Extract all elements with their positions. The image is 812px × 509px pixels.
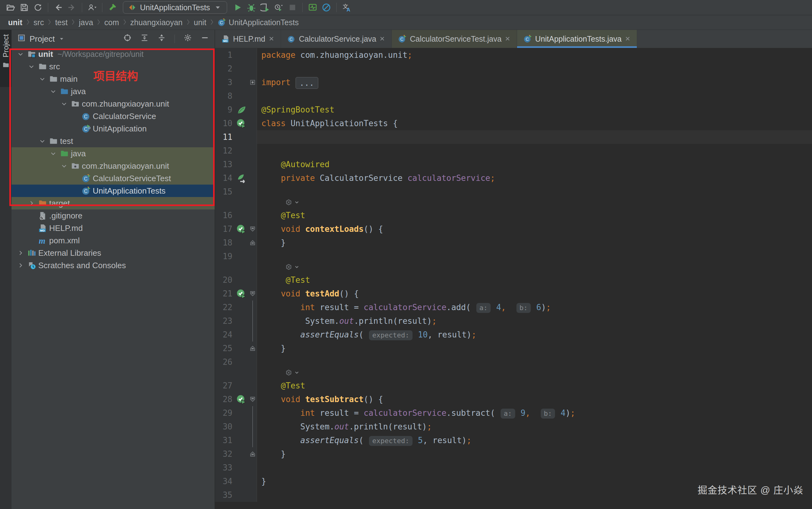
breadcrumb-item-unit[interactable]: unit xyxy=(192,18,208,27)
breadcrumb-item-unitapplicationtests[interactable]: CUnitApplicationTests xyxy=(216,18,301,27)
profiler-button[interactable] xyxy=(272,1,286,14)
breadcrumb-item-src[interactable]: src xyxy=(32,18,46,27)
project-stripe-button[interactable]: Project xyxy=(0,30,11,87)
build-hammer-icon[interactable] xyxy=(105,1,119,14)
tab-help-md[interactable]: MDHELP.md xyxy=(215,30,281,48)
folded-imports[interactable]: ... xyxy=(295,77,318,89)
chevron-right-icon[interactable] xyxy=(15,262,26,269)
tree-item-external-libraries[interactable]: External Libraries xyxy=(11,247,215,259)
fold-marker-icon[interactable] xyxy=(249,393,257,406)
forward-icon[interactable] xyxy=(65,1,79,14)
chevron-down-icon[interactable] xyxy=(26,63,37,70)
coverage-button[interactable] xyxy=(258,1,272,14)
sync-icon[interactable] xyxy=(31,1,45,14)
hide-panel-icon[interactable] xyxy=(201,34,209,44)
svg-text:C: C xyxy=(84,127,87,132)
fold-marker-icon[interactable] xyxy=(249,447,257,461)
tree-item-pom-xml[interactable]: mpom.xml xyxy=(11,234,215,247)
chevron-down-icon[interactable] xyxy=(48,88,59,95)
fold-plus-icon xyxy=(250,79,255,86)
tab-calculatorservicetest-java[interactable]: CCalculatorServiceTest.java xyxy=(392,30,517,48)
chevron-down-icon[interactable] xyxy=(37,75,48,82)
breadcrumb-item-java[interactable]: java xyxy=(77,18,95,27)
breadcrumb-item-unit[interactable]: unit xyxy=(6,18,24,27)
tree-item-java[interactable]: java xyxy=(11,147,215,160)
chevron-down-icon[interactable] xyxy=(59,163,69,169)
tree-item-calculatorservice[interactable]: CCalculatorService xyxy=(11,110,215,123)
code-inlay-row xyxy=(215,199,812,208)
fold-marker-icon[interactable] xyxy=(249,222,257,236)
run-configuration-select[interactable]: UnitApplicationTests xyxy=(123,1,227,14)
collapse-all-icon[interactable] xyxy=(157,34,166,44)
debug-button[interactable] xyxy=(245,1,258,14)
fold-expand-icon[interactable] xyxy=(249,75,257,89)
back-icon[interactable] xyxy=(51,1,65,14)
locate-icon[interactable] xyxy=(123,34,132,44)
tree-item-calculatorservicetest[interactable]: CCalculatorServiceTest xyxy=(11,172,215,184)
code-editor[interactable]: 1package com.zhuangxiaoyan.unit;23import… xyxy=(215,48,812,509)
tab-unitapplicationtests-java[interactable]: CUnitApplicationTests.java xyxy=(517,30,637,48)
code-token: , result) xyxy=(423,436,467,445)
code-token: @Autowired xyxy=(281,160,330,169)
tree-item-test[interactable]: test xyxy=(11,135,215,147)
tree-item-help-md[interactable]: MDHELP.md xyxy=(11,222,215,234)
breadcrumb-item-com[interactable]: com xyxy=(102,18,121,27)
tree-item-target[interactable]: target xyxy=(11,197,215,209)
save-all-icon[interactable] xyxy=(18,1,31,14)
monitor-memory-icon[interactable] xyxy=(306,1,319,14)
tree-item-scratches-and-consoles[interactable]: Scratches and Consoles xyxy=(11,259,215,272)
close-icon[interactable] xyxy=(379,34,385,43)
tree-item-com-zhuangxiaoyan-unit[interactable]: com.zhuangxiaoyan.unit xyxy=(11,98,215,110)
tree-item-unit[interactable]: unit~/Workspace/gitrepo/unit xyxy=(11,48,215,60)
code-line-22: 22 int result = calculatorService.add( a… xyxy=(215,301,812,314)
test-inlay-icon[interactable] xyxy=(285,369,812,376)
close-icon[interactable] xyxy=(505,34,510,43)
tree-item-gitignore[interactable]: .gitignore xyxy=(11,209,215,222)
close-icon[interactable] xyxy=(625,34,631,43)
test-inlay-icon[interactable] xyxy=(285,199,812,206)
open-project-icon[interactable] xyxy=(4,1,18,14)
fold-marker-icon[interactable] xyxy=(249,236,257,249)
gutter xyxy=(215,369,257,379)
runcheck-gutter-icon[interactable] xyxy=(233,222,249,236)
chevron-down-icon[interactable] xyxy=(15,50,26,58)
gutter-icon-slot xyxy=(233,208,249,222)
tree-item-java[interactable]: java xyxy=(11,85,215,98)
fold-marker-icon[interactable] xyxy=(249,341,257,355)
breadcrumb-item-test[interactable]: test xyxy=(53,18,69,27)
translate-icon[interactable]: 文A xyxy=(340,1,353,14)
ban-icon[interactable] xyxy=(319,1,333,14)
chevron-right-icon[interactable] xyxy=(26,200,37,207)
tree-item-com-zhuangxiaoyan-unit[interactable]: com.zhuangxiaoyan.unit xyxy=(11,160,215,172)
runcheck-gutter-icon[interactable] xyxy=(233,287,249,301)
runcheck-gutter-icon[interactable] xyxy=(233,393,249,406)
chevron-down-icon[interactable] xyxy=(37,138,48,144)
user-icon[interactable] xyxy=(85,1,99,14)
fold-marker-icon[interactable] xyxy=(249,287,257,301)
gutter: 24 xyxy=(215,328,257,341)
settings-gear-icon[interactable] xyxy=(184,34,192,44)
runcheck-gutter-icon[interactable] xyxy=(233,116,249,130)
code-line-text xyxy=(257,185,812,199)
run-button[interactable] xyxy=(231,1,245,14)
tab-calculatorservice-java[interactable]: CCalculatorService.java xyxy=(281,30,392,48)
code-line-text: } xyxy=(257,236,812,249)
leaf-gutter-icon[interactable] xyxy=(233,103,249,116)
expand-all-icon[interactable] xyxy=(140,34,149,44)
project-panel-title[interactable]: Project xyxy=(30,34,55,44)
breadcrumb-item-zhuangxiaoyan[interactable]: zhuangxiaoyan xyxy=(128,18,185,27)
fold-top-icon xyxy=(250,396,255,402)
chevron-down-icon[interactable] xyxy=(48,150,59,157)
gutter-icon-slot xyxy=(233,199,249,208)
ext-lib-icon xyxy=(26,248,38,258)
test-inlay-icon[interactable] xyxy=(285,263,812,271)
tree-item-unitapplication[interactable]: CUnitApplication xyxy=(11,123,215,135)
chevron-right-icon[interactable] xyxy=(15,249,26,257)
line-number: 19 xyxy=(215,249,233,263)
tree-item-label: src xyxy=(49,62,60,71)
close-icon[interactable] xyxy=(269,34,274,43)
stop-button[interactable] xyxy=(286,1,299,14)
bean-gutter-icon[interactable] xyxy=(233,171,249,185)
tree-item-unitapplicationtests[interactable]: CUnitApplicationTests xyxy=(11,184,215,197)
chevron-down-icon[interactable] xyxy=(59,100,69,107)
